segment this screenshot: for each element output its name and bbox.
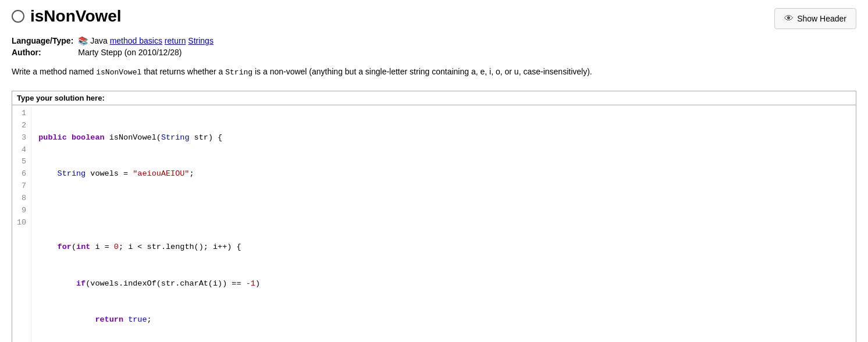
strings-link[interactable]: Strings xyxy=(188,36,214,45)
line-num-10: 10 xyxy=(17,217,26,229)
description: Write a method named isNonVowel that ret… xyxy=(12,65,856,79)
language-text: Java xyxy=(90,36,108,45)
line-num-6: 6 xyxy=(17,168,26,180)
desc-method-name: isNonVowel xyxy=(96,68,141,77)
code-line-3 xyxy=(38,205,849,217)
line-num-3: 3 xyxy=(17,132,26,144)
code-line-5: if(vowels.indexOf(str.charAt(i)) == -1) xyxy=(38,278,849,290)
desc-type-name: String xyxy=(225,68,252,77)
code-line-2: String vowels = "aeiouAEIOU"; xyxy=(38,168,849,180)
line-num-7: 7 xyxy=(17,180,26,193)
eye-icon: 👁 xyxy=(784,13,794,24)
code-area[interactable]: 1 2 3 4 5 6 7 8 9 10 public boolean isNo… xyxy=(12,105,856,342)
line-num-1: 1 xyxy=(17,108,26,120)
line-num-5: 5 xyxy=(17,156,26,168)
line-numbers: 1 2 3 4 5 6 7 8 9 10 xyxy=(12,108,31,342)
editor-label: Type your solution here: xyxy=(12,91,856,105)
show-header-button[interactable]: 👁 Show Header xyxy=(774,8,856,29)
page-wrapper: isNonVowel 👁 Show Header Language/Type: … xyxy=(0,0,868,342)
language-value: 📚 Java method basics return Strings xyxy=(78,35,218,47)
code-editor-wrapper: Type your solution here: 1 2 3 4 5 6 7 8… xyxy=(12,91,856,342)
line-num-4: 4 xyxy=(17,144,26,156)
show-header-label: Show Header xyxy=(797,14,846,23)
book-icon: 📚 xyxy=(78,36,88,45)
code-content[interactable]: public boolean isNonVowel(String str) { … xyxy=(31,108,856,342)
author-value: Marty Stepp (on 2010/12/28) xyxy=(78,47,218,58)
code-line-4: for(int i = 0; i < str.length(); i++) { xyxy=(38,241,849,254)
problem-title: isNonVowel xyxy=(30,7,122,26)
header-section: isNonVowel 👁 Show Header xyxy=(12,7,856,29)
return-link[interactable]: return xyxy=(165,36,186,45)
meta-language-row: Language/Type: 📚 Java method basics retu… xyxy=(12,35,218,47)
meta-author-row: Author: Marty Stepp (on 2010/12/28) xyxy=(12,47,218,58)
code-line-1: public boolean isNonVowel(String str) { xyxy=(38,132,849,144)
author-label: Author: xyxy=(12,47,78,58)
language-label: Language/Type: xyxy=(12,35,78,47)
title-row: isNonVowel xyxy=(12,7,122,26)
meta-table: Language/Type: 📚 Java method basics retu… xyxy=(12,35,218,58)
code-line-6: return true; xyxy=(38,314,849,326)
line-num-8: 8 xyxy=(17,193,26,205)
desc-text-middle: that returns whether a xyxy=(141,67,225,76)
desc-text-before: Write a method named xyxy=(12,67,96,76)
circle-icon xyxy=(12,10,24,23)
desc-text-after: is a non-vowel (anything but a single-le… xyxy=(252,67,592,76)
line-num-2: 2 xyxy=(17,120,26,132)
method-basics-link[interactable]: method basics xyxy=(110,36,162,45)
line-num-9: 9 xyxy=(17,205,26,217)
